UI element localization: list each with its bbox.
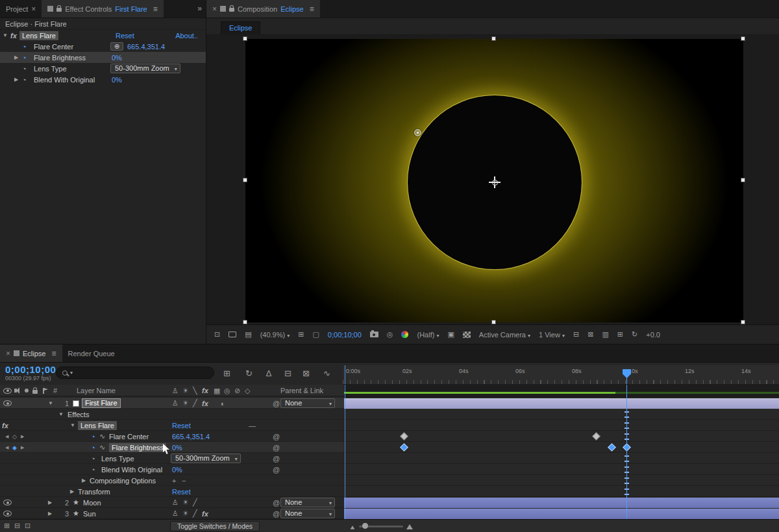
view-layout-icon[interactable]: ▤ [245, 330, 251, 339]
viewer-timecode[interactable]: 0;00;10;00 [328, 331, 362, 339]
prop-row-lens-type[interactable]: ◔ Lens Type 50-300mm Zoom @ [0, 453, 344, 464]
parent-dropdown[interactable]: None [280, 398, 335, 408]
lens-type-dropdown[interactable]: 50-300mm Zoom [171, 453, 241, 463]
reset-button[interactable]: Reset [172, 486, 191, 497]
cti-marker[interactable] [623, 369, 631, 378]
exposure-value[interactable]: +0.0 [646, 331, 660, 339]
parent-pickwhip-icon[interactable]: @ [273, 497, 280, 508]
track-area[interactable] [344, 385, 779, 519]
current-timecode[interactable]: 0;00;10;00 [5, 364, 56, 375]
prop-label[interactable]: Blend With Original [101, 464, 162, 475]
selection-handle[interactable] [243, 178, 247, 182]
composition-viewer[interactable] [206, 35, 779, 324]
parent-pickwhip-icon[interactable]: @ [273, 508, 280, 519]
stopwatch-icon[interactable]: ◔ [91, 442, 95, 453]
prop-value[interactable]: 665.4,351.4 [172, 431, 210, 442]
pickwhip-icon[interactable]: @ [273, 453, 280, 464]
collapse-switch[interactable]: ☀ [182, 508, 189, 519]
stopwatch-icon[interactable]: ◔ [91, 431, 95, 442]
expand-triangle-icon[interactable]: ▶ [70, 486, 74, 497]
panel-menu-icon[interactable]: ≡ [310, 5, 314, 14]
group-row-effects[interactable]: ▼ Effects [0, 409, 344, 420]
collapse-triangle-icon[interactable]: ▼ [3, 30, 8, 41]
more-panels-icon[interactable]: » [197, 4, 202, 13]
stopwatch-icon[interactable]: ◔ [22, 41, 27, 52]
effect-reset-button[interactable]: Reset [116, 30, 134, 41]
live-update-icon[interactable]: ↻ [245, 369, 253, 378]
main-monitor-icon[interactable] [229, 332, 236, 337]
close-icon[interactable]: × [6, 349, 10, 358]
snapshot-icon[interactable] [370, 332, 378, 337]
lock-icon[interactable] [56, 8, 62, 12]
selection-handle[interactable] [243, 36, 247, 41]
group-label[interactable]: Effects [68, 409, 89, 420]
pickwhip-icon[interactable]: @ [273, 442, 280, 453]
parent-pickwhip-icon[interactable]: @ [273, 398, 280, 409]
collapse-triangle-icon[interactable]: ▼ [58, 409, 64, 420]
group-row-transform[interactable]: ▶ Transform Reset [0, 486, 344, 497]
graph-icon[interactable]: ∿ [99, 431, 105, 442]
magnification-dropdown[interactable]: (40.9%) ▾ [260, 331, 290, 339]
parent-dropdown[interactable]: None [280, 498, 335, 507]
zoom-out-icon[interactable] [349, 524, 356, 531]
keyframe-toggle-icon[interactable]: ◆ [12, 442, 17, 453]
shy-switch[interactable]: ♙ [172, 398, 179, 409]
frame-blend-icon[interactable]: ⊠ [303, 369, 310, 378]
collapse-triangle-icon[interactable]: ▼ [70, 420, 75, 431]
shy-switch[interactable]: ♙ [172, 508, 179, 519]
region-of-interest-icon[interactable]: ▣ [447, 330, 454, 339]
flare-center-effect-point[interactable] [414, 129, 421, 136]
prop-label[interactable]: Lens Type [101, 453, 134, 464]
tab-project[interactable]: Project × [0, 0, 42, 18]
comp-flowchart-icon[interactable]: ⊞ [617, 330, 623, 339]
transfer-controls-icon[interactable]: ⊟ [14, 522, 20, 530]
layer-row-moon[interactable]: ▶ 2 ★ Moon ♙ ☀ ╱ @ None [0, 497, 344, 508]
prop-value-flare-center[interactable]: 665.4,351.4 [127, 41, 165, 52]
show-snapshot-icon[interactable]: ◎ [387, 330, 393, 339]
layer-name[interactable]: Sun [83, 508, 96, 519]
panel-menu-icon[interactable]: ≡ [153, 5, 158, 14]
layer-name-column-header[interactable]: Layer Name [77, 385, 116, 396]
stopwatch-icon[interactable]: ◔ [91, 453, 95, 464]
reset-exposure-icon[interactable]: ↻ [632, 330, 637, 339]
stopwatch-icon[interactable]: ◔ [91, 464, 95, 475]
expand-triangle-icon[interactable]: ▶ [82, 475, 86, 486]
layer-bar-sun[interactable] [344, 509, 779, 519]
group-row-compositing-options[interactable]: ▶ Compositing Options + − [0, 475, 344, 486]
timeline-zoom-thumb[interactable] [362, 523, 368, 529]
tab-effect-controls[interactable]: Effect Controls First Flare ≡ [42, 0, 163, 18]
search-options-icon[interactable]: ▾ [70, 370, 73, 376]
fast-previews-icon[interactable]: ⊠ [587, 330, 593, 339]
selection-handle[interactable] [741, 36, 745, 41]
visibility-eye-icon[interactable] [3, 508, 12, 519]
viewer-tab-eclipse[interactable]: Eclipse [221, 21, 260, 34]
time-ruler[interactable]: 0:00s02s04s06s08s10s12s14s [343, 365, 779, 385]
tab-composition[interactable]: × Composition Eclipse ≡ [206, 0, 320, 18]
pickwhip-icon[interactable]: @ [273, 431, 280, 442]
lens-type-dropdown[interactable]: 50-300mm Zoom [110, 64, 180, 73]
current-time-indicator[interactable] [626, 385, 627, 519]
selection-handle[interactable] [741, 320, 745, 324]
keyframe-toggle-icon[interactable]: ◇ [12, 431, 17, 442]
group-label[interactable]: Transform [78, 486, 110, 497]
fx-switch[interactable]: fx [202, 508, 208, 519]
graph-icon[interactable]: ∿ [99, 442, 105, 453]
stopwatch-icon[interactable]: ◔ [22, 63, 27, 74]
draft-3d-icon[interactable]: ∆ [266, 369, 271, 378]
motion-blur-switch[interactable]: ◐ [221, 398, 225, 409]
reset-button[interactable]: Reset [172, 420, 191, 431]
transparency-grid-icon[interactable] [463, 332, 471, 338]
hide-shy-layers-icon[interactable]: ⊟ [284, 369, 291, 378]
prop-label[interactable]: Flare Brightness [109, 443, 166, 452]
tab-timeline-eclipse[interactable]: × Eclipse ≡ [0, 345, 62, 362]
pixel-aspect-icon[interactable]: ⊟ [573, 330, 579, 339]
expand-layer-panes-icon[interactable]: ⊞ [4, 522, 10, 530]
prop-row-blend[interactable]: ◔ Blend With Original 0% @ [0, 464, 344, 475]
group-row-lens-flare[interactable]: fx ▼ Lens Flare Reset — [0, 420, 344, 431]
next-keyframe-icon[interactable]: ▶ [21, 442, 24, 453]
comp-mini-flowchart-icon[interactable]: ⊞ [223, 369, 230, 378]
collapse-triangle-icon[interactable]: ▼ [48, 398, 53, 409]
expand-triangle-icon[interactable]: ▶ [14, 52, 18, 63]
effect-group-label[interactable]: Lens Flare [78, 421, 117, 430]
add-option-icon[interactable]: + [172, 475, 176, 486]
